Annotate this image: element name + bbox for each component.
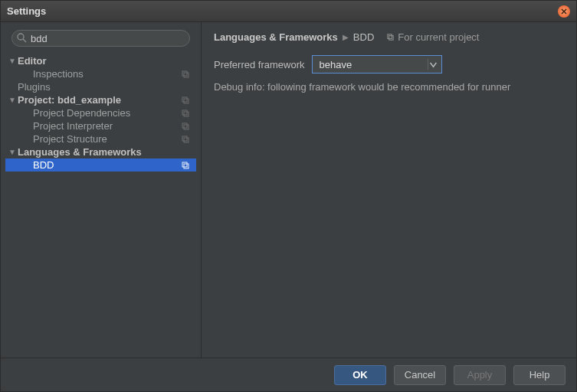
svg-rect-12 [182, 162, 187, 167]
tree-bdd[interactable]: BDD [5, 158, 196, 172]
apply-button[interactable]: Apply [454, 365, 506, 385]
preferred-framework-row: Preferred framework behave [214, 55, 564, 74]
tree-project-struct[interactable]: Project Structure [5, 132, 196, 145]
debug-info: Debug info: following framework would be… [214, 81, 564, 93]
copy-icon [181, 109, 190, 118]
tree-project[interactable]: ▼ Project: bdd_example [5, 93, 196, 106]
tree-label: BDD [33, 159, 181, 171]
cancel-button[interactable]: Cancel [394, 365, 446, 385]
svg-rect-7 [184, 112, 189, 116]
tree-label: Plugins [18, 81, 190, 93]
tree-label: Inspections [33, 68, 181, 80]
body: ▼ Editor Inspections Plugins ▼ Project: … [1, 22, 576, 358]
tree-label: Project Interpreter [33, 120, 181, 132]
svg-rect-6 [182, 110, 187, 115]
copy-icon [181, 70, 190, 79]
chevron-down-icon [428, 59, 438, 70]
svg-rect-8 [182, 123, 187, 128]
svg-rect-2 [182, 71, 187, 76]
tree-label: Editor [18, 55, 190, 67]
search-box [11, 30, 190, 47]
svg-line-1 [23, 39, 26, 42]
main-panel: Languages & Frameworks ▶ BDD For current… [202, 22, 576, 358]
breadcrumb-page: BDD [353, 31, 374, 43]
scope-text: For current project [398, 31, 479, 43]
copy-icon [181, 96, 190, 105]
copy-icon [386, 33, 395, 41]
settings-window: Settings ▼ Editor Inspections [0, 0, 577, 392]
svg-rect-10 [182, 136, 187, 141]
tree-editor[interactable]: ▼ Editor [5, 54, 196, 67]
preferred-framework-select[interactable]: behave [312, 55, 442, 74]
svg-rect-13 [184, 164, 189, 168]
ok-button[interactable]: OK [334, 365, 386, 385]
tree-project-interp[interactable]: Project Interpreter [5, 119, 196, 132]
svg-rect-15 [389, 36, 394, 41]
preferred-framework-label: Preferred framework [214, 59, 304, 70]
chevron-down-icon: ▼ [8, 57, 16, 65]
copy-icon [181, 161, 190, 170]
copy-icon [181, 122, 190, 131]
svg-rect-3 [184, 73, 189, 77]
scope-label: For current project [386, 31, 479, 43]
svg-rect-5 [184, 99, 189, 103]
tree-label: Project Structure [33, 133, 181, 145]
svg-rect-11 [184, 138, 189, 142]
tree-label: Languages & Frameworks [18, 146, 190, 158]
svg-rect-9 [184, 125, 189, 129]
chevron-down-icon: ▼ [8, 96, 16, 104]
svg-rect-14 [388, 34, 392, 39]
tree-plugins[interactable]: Plugins [5, 80, 196, 93]
search-input[interactable] [11, 30, 190, 47]
copy-icon [181, 135, 190, 144]
tree-inspections[interactable]: Inspections [5, 67, 196, 80]
search-icon [16, 32, 27, 43]
tree-label: Project Dependencies [33, 107, 181, 119]
tree-project-deps[interactable]: Project Dependencies [5, 106, 196, 119]
breadcrumb-group: Languages & Frameworks [214, 31, 338, 43]
tree-label: Project: bdd_example [18, 94, 181, 106]
tree-lang-frameworks[interactable]: ▼ Languages & Frameworks [5, 145, 196, 158]
chevron-right-icon: ▶ [343, 33, 349, 41]
svg-point-0 [18, 34, 24, 40]
close-icon[interactable] [558, 5, 570, 18]
breadcrumb: Languages & Frameworks ▶ BDD For current… [214, 31, 564, 43]
select-value: behave [319, 59, 352, 70]
window-title: Settings [7, 5, 558, 17]
help-button[interactable]: Help [513, 365, 566, 385]
svg-rect-4 [182, 97, 187, 102]
sidebar: ▼ Editor Inspections Plugins ▼ Project: … [1, 22, 202, 358]
chevron-down-icon: ▼ [8, 148, 16, 156]
titlebar: Settings [1, 1, 576, 22]
footer: OK Cancel Apply Help [1, 358, 576, 391]
settings-tree: ▼ Editor Inspections Plugins ▼ Project: … [5, 54, 196, 350]
